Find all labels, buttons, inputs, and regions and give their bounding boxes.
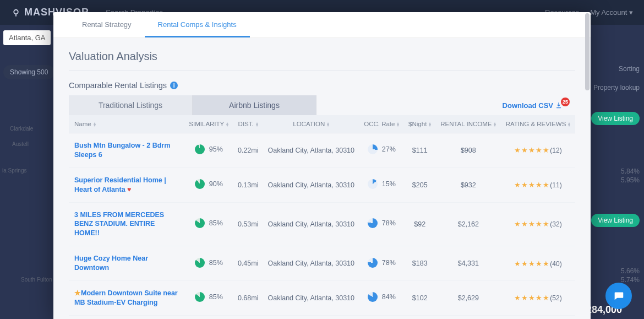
similarity-value: 85%	[209, 259, 223, 267]
table-row: Huge Cozy Home Near Downtown 85% 0.45mi …	[69, 246, 575, 281]
table-row: 3 MILES FROM MERCEDES BENZ STADIUM. ENTI…	[69, 202, 575, 246]
modal-body: Valuation Analysis Comparable Rental Lis…	[53, 38, 591, 319]
map-label: South Fulton	[21, 277, 52, 283]
pie-icon	[368, 144, 378, 154]
income-value: $932	[436, 167, 501, 202]
logo-pin-icon	[11, 8, 21, 18]
heart-icon: ♥	[127, 186, 131, 193]
bg-stat-2a: 5.66%	[621, 267, 640, 275]
location-value: Oakland City, Atlanta, 30310	[263, 280, 359, 315]
occ-value: 78%	[382, 259, 396, 267]
night-value: $205	[404, 167, 436, 202]
similarity-value: 90%	[209, 180, 223, 188]
night-value: $92	[404, 202, 436, 246]
listing-name-link[interactable]: Superior Residential Home | Heart of Atl…	[74, 176, 179, 194]
pie-icon	[368, 292, 378, 302]
reviews-count: (12)	[550, 147, 561, 154]
section-title: Valuation Analysis	[53, 50, 591, 71]
dist-value: 0.68mi	[233, 280, 263, 315]
occ-value: 84%	[382, 293, 396, 301]
occ-value: 27%	[382, 145, 396, 153]
listing-name-link[interactable]: Huge Cozy Home Near Downtown	[74, 254, 179, 273]
listing-name-link[interactable]: Bush Mtn Bungalow - 2 Bdrm Sleeps 6	[74, 141, 179, 160]
bg-stat-1a: 5.84%	[621, 167, 640, 175]
view-listing-pill-1[interactable]: View Listing	[591, 112, 640, 125]
tab-airbnb-listings[interactable]: Airbnb Listings	[193, 95, 316, 115]
my-account-menu[interactable]: My Account ▾	[590, 8, 633, 17]
city-search-input[interactable]: Atlanta, GA	[3, 30, 51, 45]
sort-icon	[568, 122, 570, 127]
bg-stat-2b: 5.74%	[621, 276, 640, 284]
sorting-label[interactable]: Sorting	[619, 65, 640, 73]
reviews-count: (32)	[550, 220, 561, 228]
property-lookup-link[interactable]: Property lookup	[593, 84, 640, 91]
col-dist[interactable]: DIST.	[233, 115, 263, 133]
download-csv-label: Download CSV	[503, 101, 553, 110]
map-label: ia Springs	[2, 167, 26, 174]
col-occ[interactable]: OCC. Rate	[359, 115, 404, 133]
tab-rental-strategy[interactable]: Rental Strategy	[69, 12, 145, 37]
night-value: $102	[404, 280, 436, 315]
dist-value: 0.22mi	[233, 133, 263, 168]
tab-rental-comps[interactable]: Rental Comps & Insights	[145, 12, 250, 37]
tab-traditional-listings[interactable]: Traditional Listings	[69, 95, 193, 115]
reviews-count: (52)	[550, 294, 561, 302]
map-label: Austell	[12, 141, 29, 147]
pie-icon	[368, 179, 378, 189]
col-similarity[interactable]: SIMILARITY	[184, 115, 233, 133]
modal-tabbar: Rental Strategy Rental Comps & Insights	[53, 12, 591, 38]
sort-icon	[327, 122, 329, 127]
chat-widget-button[interactable]	[605, 283, 632, 309]
sort-icon	[494, 122, 496, 127]
table-row: Bush Mtn Bungalow - 2 Bdrm Sleeps 6 95% …	[69, 133, 575, 168]
table-row: Superior Residential Home | Heart of Atl…	[69, 167, 575, 202]
stars-icon: ★★★★★	[514, 294, 550, 302]
pie-icon	[195, 258, 205, 268]
pie-icon	[195, 292, 205, 302]
similarity-value: 95%	[209, 145, 223, 153]
location-value: Oakland City, Atlanta, 30310	[263, 202, 359, 246]
sort-icon	[397, 122, 399, 127]
modal-panel: Rental Strategy Rental Comps & Insights …	[53, 12, 591, 319]
reviews-count: (11)	[550, 181, 561, 189]
night-value: $183	[404, 246, 436, 281]
chat-icon	[613, 290, 625, 302]
listing-name-link[interactable]: 3 MILES FROM MERCEDES BENZ STADIUM. ENTI…	[74, 210, 179, 239]
income-value: $908	[436, 133, 501, 168]
dist-value: 0.45mi	[233, 246, 263, 281]
sort-icon	[429, 122, 431, 127]
col-rating[interactable]: RATING & REVIEWS	[501, 115, 575, 133]
col-income[interactable]: RENTAL INCOME	[436, 115, 501, 133]
sub-title-text: Comparable Rental Listings	[69, 81, 167, 90]
comps-table: Name SIMILARITY DIST. LOCATION OCC. Rate…	[69, 115, 575, 319]
table-header-row: Name SIMILARITY DIST. LOCATION OCC. Rate…	[69, 115, 575, 133]
sort-icon	[226, 122, 228, 127]
sub-title: Comparable Rental Listings i	[53, 81, 591, 95]
income-value: $4,331	[436, 246, 501, 281]
similarity-value: 85%	[209, 219, 223, 227]
col-name[interactable]: Name	[69, 115, 184, 133]
night-value: $71	[404, 315, 436, 319]
modal-scrollbar[interactable]	[585, 13, 590, 318]
sort-icon	[256, 122, 258, 127]
pie-icon	[195, 144, 205, 154]
col-night[interactable]: $Night	[404, 115, 436, 133]
dist-value: 0.53mi	[233, 202, 263, 246]
stars-icon: ★★★★★	[514, 146, 550, 154]
sort-icon	[94, 122, 96, 127]
reviews-count: (40)	[550, 260, 561, 268]
listing-name-link[interactable]: ★Modern Downtown Suite near MB Stadium-E…	[74, 289, 179, 307]
income-value: $1,767	[436, 315, 501, 319]
listing-controls: Traditional Listings Airbnb Listings Dow…	[53, 95, 591, 115]
pie-icon	[195, 218, 205, 228]
stars-icon: ★★★★★	[514, 220, 550, 228]
table-row: Cottage house close to downtown Atlanta …	[69, 315, 575, 319]
map-label: Clarkdale	[10, 126, 33, 132]
download-csv-button[interactable]: Download CSV 25	[503, 101, 575, 110]
dist-value: 0.13mi	[233, 167, 263, 202]
info-icon[interactable]: i	[170, 82, 178, 89]
stars-icon: ★★★★★	[514, 181, 550, 189]
col-location[interactable]: LOCATION	[263, 115, 359, 133]
bg-stat-1b: 5.95%	[621, 176, 640, 184]
view-listing-pill-2[interactable]: View Listing	[591, 214, 640, 227]
